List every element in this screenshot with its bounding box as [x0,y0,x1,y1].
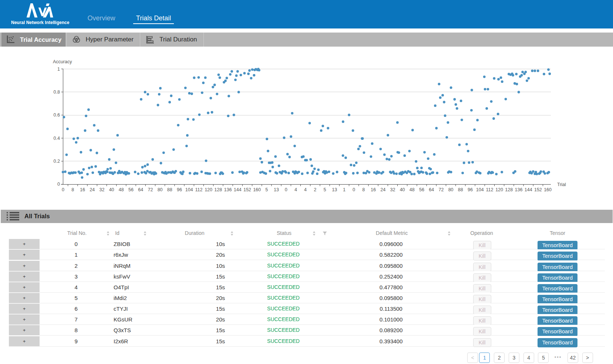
svg-text:48: 48 [410,187,415,192]
svg-text:32: 32 [390,187,395,192]
svg-text:13: 13 [274,187,279,192]
svg-text:0: 0 [62,187,64,192]
svg-text:72: 72 [438,187,444,192]
svg-text:136: 136 [515,187,523,192]
svg-text:Accuracy: Accuracy [53,59,72,64]
svg-text:48: 48 [119,187,124,192]
svg-text:32: 32 [99,187,104,192]
svg-text:Trial: Trial [557,182,566,187]
svg-text:1: 1 [57,67,60,72]
svg-text:40: 40 [400,187,405,192]
svg-text:80: 80 [448,187,454,192]
svg-text:24: 24 [90,187,95,192]
svg-text:88: 88 [167,187,172,192]
svg-text:152: 152 [243,187,251,192]
svg-text:0.6: 0.6 [54,112,60,118]
svg-text:160: 160 [253,187,261,192]
svg-text:24: 24 [380,187,385,192]
svg-text:112: 112 [195,187,202,192]
svg-text:128: 128 [505,187,513,192]
svg-text:112: 112 [486,187,493,192]
svg-text:136: 136 [224,187,232,192]
svg-text:80: 80 [158,187,163,192]
svg-text:8: 8 [362,187,365,192]
svg-text:5: 5 [324,187,326,192]
svg-text:96: 96 [177,187,182,192]
svg-text:0: 0 [57,182,60,187]
svg-text:0.8: 0.8 [54,90,60,95]
svg-text:144: 144 [525,187,532,192]
svg-text:64: 64 [429,187,434,192]
svg-text:104: 104 [185,187,193,192]
svg-text:5: 5 [265,187,268,192]
svg-text:0: 0 [285,187,287,192]
svg-text:144: 144 [234,187,242,192]
svg-text:104: 104 [476,187,484,192]
svg-text:13: 13 [332,187,337,192]
svg-text:56: 56 [128,187,134,192]
svg-text:40: 40 [109,187,114,192]
svg-text:88: 88 [458,187,463,192]
svg-text:96: 96 [468,187,473,192]
svg-text:0.2: 0.2 [54,159,60,164]
svg-text:1: 1 [343,187,346,192]
svg-text:56: 56 [419,187,424,192]
svg-text:16: 16 [371,187,376,192]
svg-text:4: 4 [294,187,297,192]
svg-text:160: 160 [544,187,552,192]
svg-text:152: 152 [534,187,542,192]
svg-text:120: 120 [495,187,503,192]
svg-text:2: 2 [314,187,316,192]
svg-text:0: 0 [353,187,355,192]
svg-text:0.4: 0.4 [54,136,60,141]
svg-text:4: 4 [304,187,307,192]
svg-text:8: 8 [71,187,74,192]
svg-text:72: 72 [148,187,153,192]
svg-text:16: 16 [80,187,85,192]
svg-text:120: 120 [205,187,212,192]
svg-text:128: 128 [214,187,222,192]
svg-text:64: 64 [138,187,143,192]
